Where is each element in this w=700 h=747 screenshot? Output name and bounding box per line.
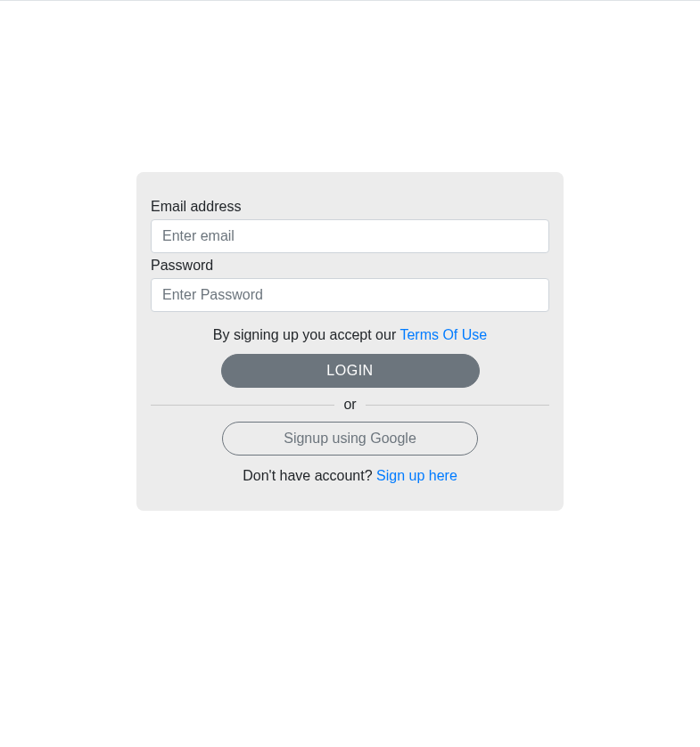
divider-line-right	[366, 405, 549, 406]
or-divider: or	[151, 397, 549, 413]
password-label: Password	[151, 258, 549, 274]
divider-line-left	[151, 405, 334, 406]
password-input[interactable]	[151, 278, 549, 312]
signup-row: Don't have account? Sign up here	[151, 468, 549, 484]
email-label: Email address	[151, 199, 549, 215]
signup-here-link[interactable]: Sign up here	[376, 468, 457, 483]
google-signup-button[interactable]: Signup using Google	[222, 422, 478, 456]
terms-of-use-link[interactable]: Terms Of Use	[399, 327, 487, 342]
login-button[interactable]: LOGIN	[221, 354, 480, 388]
signup-prefix: Don't have account?	[243, 468, 376, 483]
terms-row: By signing up you accept our Terms Of Us…	[151, 327, 549, 343]
page-container: Email address Password By signing up you…	[0, 1, 700, 511]
terms-prefix: By signing up you accept our	[213, 327, 400, 342]
email-input[interactable]	[151, 219, 549, 253]
divider-text: or	[334, 397, 365, 413]
login-card: Email address Password By signing up you…	[136, 172, 564, 511]
